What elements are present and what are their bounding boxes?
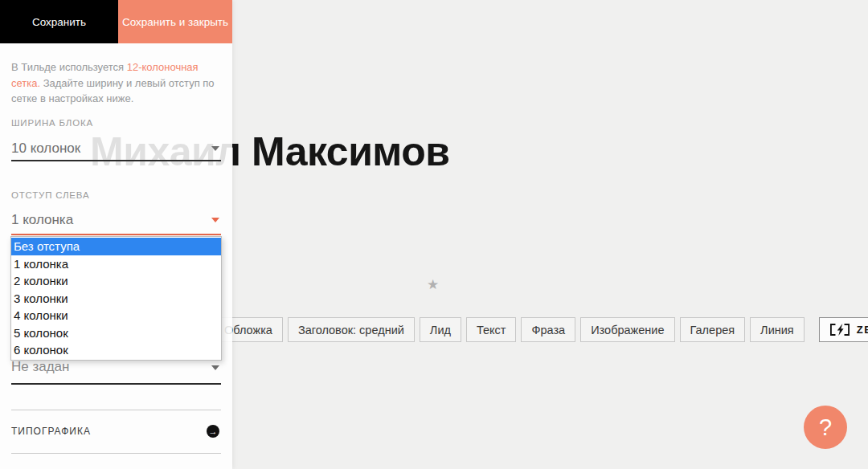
block-width-select[interactable]: 10 колонок	[11, 141, 80, 157]
typography-section-label: ТИПОГРАФИКА	[11, 426, 91, 437]
dropdown-option-no-offset[interactable]: Без отступа	[11, 238, 221, 255]
dropdown-option-1-column[interactable]: 1 колонка	[11, 255, 221, 273]
block-width-label: ШИРИНА БЛОКА	[11, 118, 93, 128]
chevron-down-icon[interactable]	[211, 365, 219, 370]
left-offset-select[interactable]: 1 колонка	[11, 212, 73, 228]
zero-button-label: ZERO	[857, 324, 868, 336]
dropdown-option-6-columns[interactable]: 6 колонок	[11, 341, 221, 359]
toolbar-button-lead[interactable]: Лид	[420, 317, 461, 342]
container-select[interactable]: Не задан	[11, 359, 69, 375]
arrow-right-glyph: →	[209, 426, 218, 436]
dropdown-option-5-columns[interactable]: 5 колонок	[11, 324, 221, 342]
dropdown-option-3-columns[interactable]: 3 колонки	[11, 290, 221, 308]
star-icon: ★	[427, 276, 439, 293]
grid-intro-text: В Тильде используется 12-колоночная сетк…	[11, 59, 225, 107]
left-offset-label: ОТСТУП СЛЕВА	[11, 190, 89, 200]
dropdown-option-2-columns[interactable]: 2 колонки	[11, 272, 221, 290]
intro-prefix: В Тильде используется	[11, 61, 127, 73]
panel-topbar: Сохранить Сохранить и закрыть	[0, 0, 232, 43]
toolbar-button-heading-medium[interactable]: Заголовок: средний	[288, 317, 415, 342]
zero-block-button[interactable]: ZERO	[819, 317, 868, 342]
field-underline	[11, 383, 221, 385]
zero-brackets-lightning-icon	[830, 324, 850, 336]
intro-rest: Задайте ширину и левый отступ по сетке в…	[11, 77, 215, 105]
toolbar-button-line[interactable]: Линия	[750, 317, 805, 342]
left-offset-dropdown-list: Без отступа 1 колонка 2 колонки 3 колонк…	[10, 236, 222, 361]
save-and-close-button[interactable]: Сохранить и закрыть	[118, 0, 232, 43]
help-button[interactable]: ?	[804, 406, 847, 449]
field-underline	[11, 160, 221, 161]
toolbar-button-gallery[interactable]: Галерея	[680, 317, 746, 342]
chevron-down-icon[interactable]	[211, 146, 219, 151]
question-mark-icon: ?	[819, 414, 832, 441]
arrow-right-circle-icon[interactable]: →	[207, 425, 219, 438]
block-settings-panel: Сохранить Сохранить и закрыть В Тильде и…	[0, 0, 232, 469]
active-field-underline	[11, 234, 221, 235]
divider	[11, 410, 221, 410]
add-block-toolbar: Обложка Заголовок: средний Лид Текст Фра…	[214, 317, 868, 342]
divider	[11, 453, 221, 454]
app-window: Михаил Максимов ★ Обложка Заголовок: сре…	[0, 0, 868, 469]
toolbar-button-phrase[interactable]: Фраза	[521, 317, 575, 342]
dropdown-option-4-columns[interactable]: 4 колонки	[11, 307, 221, 324]
toolbar-button-text[interactable]: Текст	[466, 317, 517, 342]
chevron-down-icon[interactable]	[211, 218, 219, 222]
save-button[interactable]: Сохранить	[0, 0, 118, 43]
toolbar-button-image[interactable]: Изображение	[580, 317, 674, 342]
